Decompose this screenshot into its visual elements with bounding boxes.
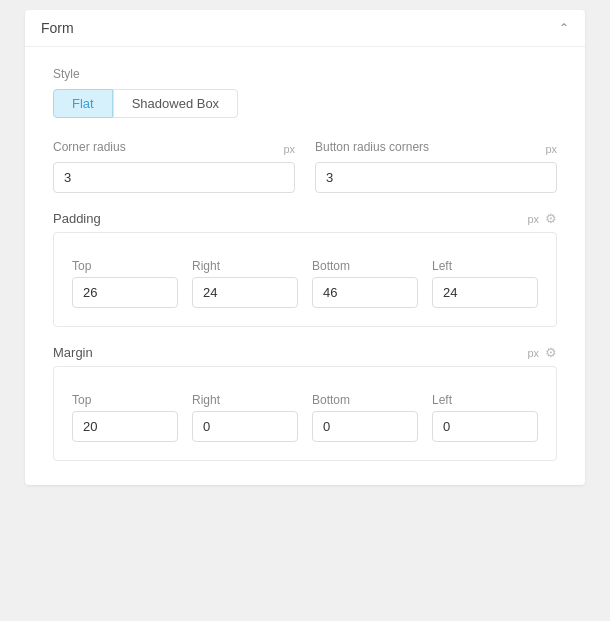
panel-body: Style Flat Shadowed Box Corner radius px… [25, 47, 585, 485]
padding-right-input[interactable] [192, 277, 298, 308]
flat-button[interactable]: Flat [53, 89, 113, 118]
style-label: Style [53, 67, 557, 81]
margin-section: Margin px ⚙ Top Right [53, 345, 557, 461]
chevron-up-icon[interactable]: ⌃ [559, 21, 569, 35]
radius-row: Corner radius px Button radius corners p… [53, 140, 557, 193]
margin-right-label: Right [192, 393, 298, 407]
padding-left-group: Left [432, 259, 538, 308]
margin-px-label: px [527, 347, 539, 359]
margin-title: Margin [53, 345, 93, 360]
padding-box: Top Right Bottom Left [53, 232, 557, 327]
margin-bottom-label: Bottom [312, 393, 418, 407]
padding-bottom-input[interactable] [312, 277, 418, 308]
padding-left-input[interactable] [432, 277, 538, 308]
panel-title: Form [41, 20, 74, 36]
panel-header: Form ⌃ [25, 10, 585, 47]
margin-bottom-group: Bottom [312, 393, 418, 442]
padding-right-group: Right [192, 259, 298, 308]
padding-bottom-label: Bottom [312, 259, 418, 273]
margin-gear-icon[interactable]: ⚙ [545, 345, 557, 360]
margin-top-label: Top [72, 393, 178, 407]
margin-header: Margin px ⚙ [53, 345, 557, 360]
padding-top-group: Top [72, 259, 178, 308]
padding-title: Padding [53, 211, 101, 226]
margin-right-group: Right [192, 393, 298, 442]
corner-radius-label: Corner radius [53, 140, 126, 154]
button-radius-group: Button radius corners px [315, 140, 557, 193]
button-radius-input[interactable] [315, 162, 557, 193]
padding-gear-icon[interactable]: ⚙ [545, 211, 557, 226]
margin-top-group: Top [72, 393, 178, 442]
margin-box: Top Right Bottom Left [53, 366, 557, 461]
margin-meta: px ⚙ [527, 345, 557, 360]
margin-bottom-input[interactable] [312, 411, 418, 442]
margin-left-label: Left [432, 393, 538, 407]
padding-header: Padding px ⚙ [53, 211, 557, 226]
padding-section: Padding px ⚙ Top Right [53, 211, 557, 327]
padding-bottom-group: Bottom [312, 259, 418, 308]
form-panel: Form ⌃ Style Flat Shadowed Box Corner ra… [25, 10, 585, 485]
corner-radius-header: Corner radius px [53, 140, 295, 158]
corner-radius-px: px [283, 143, 295, 155]
padding-fields: Top Right Bottom Left [72, 259, 538, 308]
margin-left-input[interactable] [432, 411, 538, 442]
padding-top-input[interactable] [72, 277, 178, 308]
padding-meta: px ⚙ [527, 211, 557, 226]
padding-top-label: Top [72, 259, 178, 273]
corner-radius-input[interactable] [53, 162, 295, 193]
padding-right-label: Right [192, 259, 298, 273]
margin-right-input[interactable] [192, 411, 298, 442]
button-radius-header: Button radius corners px [315, 140, 557, 158]
button-radius-label: Button radius corners [315, 140, 429, 154]
shadowed-button[interactable]: Shadowed Box [113, 89, 238, 118]
margin-left-group: Left [432, 393, 538, 442]
corner-radius-group: Corner radius px [53, 140, 295, 193]
margin-fields: Top Right Bottom Left [72, 393, 538, 442]
style-button-group: Flat Shadowed Box [53, 89, 557, 118]
button-radius-px: px [545, 143, 557, 155]
margin-top-input[interactable] [72, 411, 178, 442]
padding-px-label: px [527, 213, 539, 225]
padding-left-label: Left [432, 259, 538, 273]
